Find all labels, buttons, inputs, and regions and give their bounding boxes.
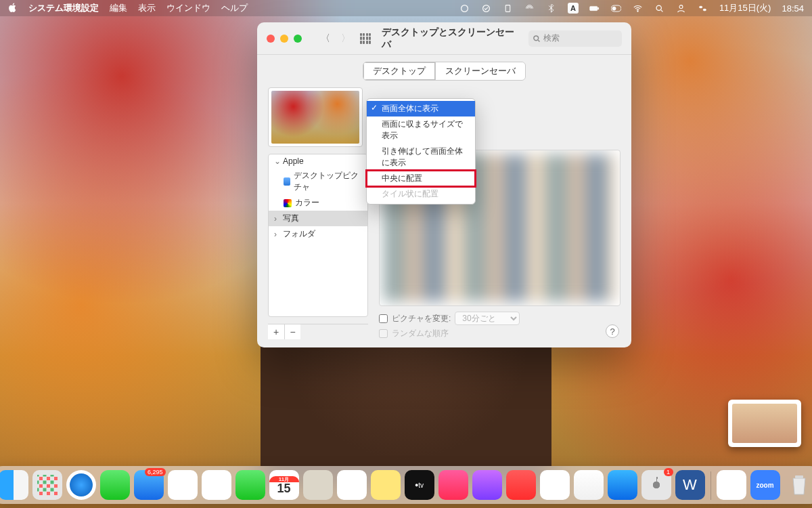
window-titlebar[interactable]: 〈 〉 デスクトップとスクリーンセーバ 検索 <box>257 22 631 55</box>
help-button[interactable]: ? <box>606 324 619 338</box>
source-list[interactable]: ⌄Apple デスクトップピクチャ カラー ›写真 ›フォルダ <box>268 154 368 317</box>
dock-word-icon[interactable]: W <box>675 470 705 500</box>
status-app1-icon[interactable] <box>459 3 470 13</box>
fit-option-tile[interactable]: タイル状に配置 <box>367 186 475 202</box>
fit-option-center[interactable]: 中央に配置 <box>367 171 475 186</box>
fit-option-fit[interactable]: 画面に収まるサイズで表示 <box>367 117 475 144</box>
pref-badge: 1 <box>664 468 673 476</box>
status-clipboard-icon[interactable] <box>503 3 514 13</box>
menu-app-name[interactable]: システム環境設定 <box>28 2 99 14</box>
dock-keynote-icon[interactable] <box>574 470 604 500</box>
status-input-icon[interactable]: A <box>568 3 579 14</box>
random-order-label: ランダムな順序 <box>392 328 449 339</box>
wallpaper-preview <box>268 87 363 147</box>
dock-tv-icon[interactable]: ●tv <box>405 470 434 500</box>
remove-source-button[interactable]: − <box>284 324 300 339</box>
tree-section-photos[interactable]: ›写真 <box>269 211 367 226</box>
dock-separator <box>710 471 711 500</box>
dock-zoom-icon[interactable]: zoom <box>750 470 780 500</box>
random-order-row: ランダムな順序 <box>379 328 621 339</box>
change-picture-checkbox[interactable] <box>379 314 388 323</box>
change-picture-label: ピクチャを変更: <box>392 313 451 324</box>
svg-rect-13 <box>795 475 803 478</box>
dock-finder-icon[interactable] <box>0 470 28 500</box>
zoom-button[interactable] <box>294 35 302 43</box>
menu-help[interactable]: ヘルプ <box>221 2 248 14</box>
fit-mode-dropdown: 画面全体に表示 画面に収まるサイズで表示 引き伸ばして画面全体に表示 中央に配置… <box>366 98 476 205</box>
svg-rect-3 <box>590 6 597 10</box>
add-source-button[interactable]: + <box>268 324 284 339</box>
status-battery-icon[interactable] <box>589 3 600 13</box>
status-toggle-icon[interactable] <box>611 3 622 13</box>
dock: 6,295 11月15 ●tv 1 W zoom <box>0 466 812 504</box>
status-app2-icon[interactable] <box>481 3 492 13</box>
svg-rect-11 <box>704 9 706 10</box>
back-button[interactable]: 〈 <box>318 30 333 47</box>
status-airplay-icon[interactable] <box>524 3 535 13</box>
dock-photos-icon[interactable] <box>202 470 231 500</box>
window-title: デスクトップとスクリーンセーバ <box>382 26 522 51</box>
search-field[interactable]: 検索 <box>528 30 622 47</box>
dock-notes-icon[interactable] <box>371 470 401 500</box>
forward-button[interactable]: 〉 <box>338 30 353 47</box>
tab-screensaver[interactable]: スクリーンセーバ <box>435 62 525 80</box>
tree-section-folders[interactable]: ›フォルダ <box>269 226 367 242</box>
menu-edit[interactable]: 編集 <box>110 2 127 14</box>
search-placeholder: 検索 <box>543 33 560 44</box>
dock-trash-icon[interactable] <box>784 470 813 500</box>
status-spotlight-icon[interactable] <box>654 3 665 13</box>
change-interval-select[interactable]: 30分ごと <box>455 312 520 325</box>
tree-item-colors[interactable]: カラー <box>269 195 367 211</box>
mail-badge: 6,295 <box>145 468 166 476</box>
dock-calendar-icon[interactable]: 11月15 <box>269 470 299 500</box>
svg-point-6 <box>612 6 616 9</box>
tree-section-apple[interactable]: ⌄Apple <box>269 154 367 168</box>
dock-maps-icon[interactable] <box>168 470 198 500</box>
traffic-lights <box>267 35 302 43</box>
dock-reminders-icon[interactable] <box>337 470 367 500</box>
svg-point-7 <box>637 10 639 12</box>
dock-facetime-icon[interactable] <box>235 470 265 500</box>
dock-appstore-icon[interactable] <box>608 470 637 500</box>
menubar-time[interactable]: 18:54 <box>782 3 804 14</box>
dock-launchpad-icon[interactable] <box>32 470 62 500</box>
svg-point-8 <box>656 5 661 10</box>
random-order-checkbox[interactable] <box>379 329 388 338</box>
tab-desktop[interactable]: デスクトップ <box>363 62 435 80</box>
dock-safari-icon[interactable] <box>66 470 96 500</box>
status-control-center-icon[interactable] <box>698 3 708 13</box>
screenshot-preview-thumbnail[interactable] <box>728 400 801 447</box>
svg-point-0 <box>461 5 468 12</box>
svg-rect-2 <box>506 5 511 12</box>
dock-mail-icon[interactable]: 6,295 <box>134 470 164 500</box>
dock-messages-icon[interactable] <box>100 470 130 500</box>
dock-news-icon[interactable] <box>506 470 536 500</box>
menu-view[interactable]: 表示 <box>138 2 156 14</box>
menu-window[interactable]: ウインドウ <box>166 2 210 14</box>
fit-option-stretch[interactable]: 引き伸ばして画面全体に表示 <box>367 144 475 171</box>
minimize-button[interactable] <box>280 35 288 43</box>
dock-podcasts-icon[interactable] <box>472 470 502 500</box>
menubar-date[interactable]: 11月15日(火) <box>719 2 771 14</box>
status-user-icon[interactable] <box>676 3 687 13</box>
svg-rect-4 <box>598 7 599 9</box>
status-bluetooth-icon[interactable] <box>546 3 557 13</box>
status-wifi-icon[interactable] <box>633 3 644 13</box>
svg-point-12 <box>534 35 539 40</box>
menu-bar: システム環境設定 編集 表示 ウインドウ ヘルプ A 11月15日(火) 18:… <box>0 0 812 16</box>
apple-menu-icon[interactable] <box>8 3 18 14</box>
svg-rect-10 <box>700 6 702 7</box>
dock-music-icon[interactable] <box>438 470 468 500</box>
fit-option-fill[interactable]: 画面全体に表示 <box>367 101 475 117</box>
change-picture-row: ピクチャを変更: 30分ごと <box>379 312 621 325</box>
tree-item-desktop-pictures[interactable]: デスクトップピクチャ <box>269 168 367 195</box>
dock-contacts-icon[interactable] <box>303 470 333 500</box>
tab-segment: デスクトップ スクリーンセーバ <box>363 62 526 81</box>
show-all-button[interactable] <box>360 33 371 44</box>
svg-point-9 <box>679 5 683 8</box>
source-list-footer: + − <box>268 324 368 339</box>
close-button[interactable] <box>267 35 275 43</box>
dock-system-preferences-icon[interactable]: 1 <box>641 470 671 500</box>
dock-downloads-icon[interactable] <box>717 470 746 500</box>
dock-numbers-icon[interactable] <box>540 470 570 500</box>
